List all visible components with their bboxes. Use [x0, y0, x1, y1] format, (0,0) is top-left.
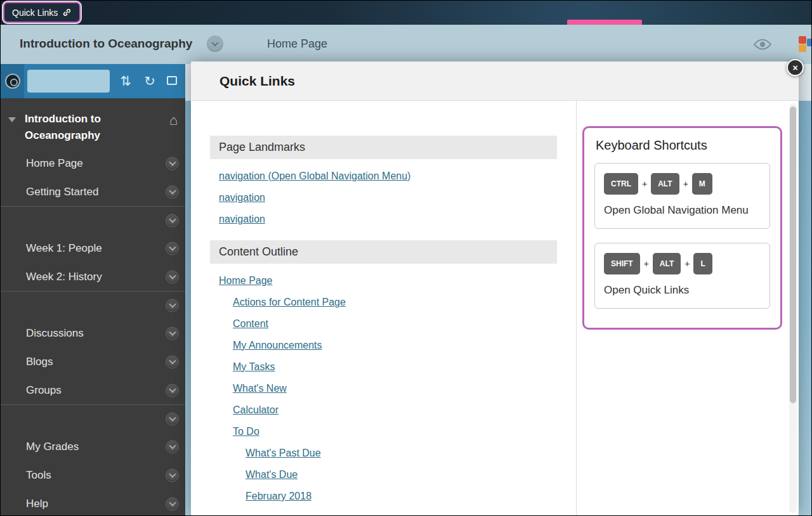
page-landmarks-links: navigation (Open Global Navigation Menu)… [210, 169, 557, 226]
keycap-m: M [692, 173, 712, 195]
outline-link-my-announcements[interactable]: My Announcements [233, 339, 322, 352]
sidebar-divider [1, 404, 185, 432]
outline-link-content[interactable]: Content [233, 317, 268, 331]
open-window-icon[interactable] [167, 76, 177, 85]
chevron-down-icon[interactable] [166, 157, 179, 170]
outline-link-february-2018[interactable]: February 2018 [246, 489, 311, 503]
outline-link-what-s-new[interactable]: What's New [233, 382, 287, 396]
landmark-link[interactable]: navigation [219, 212, 265, 226]
shortcut-description: Open Global Navigation Menu [604, 202, 761, 218]
modal-title: Quick Links [191, 61, 799, 101]
sidebar-item-label: Groups [26, 384, 62, 397]
sidebar-item-label: Getting Started [26, 186, 98, 198]
theme-palette-icon[interactable] [799, 36, 812, 53]
sidebar-item-home-page[interactable]: Home Page [1, 149, 185, 177]
quick-links-button[interactable]: Quick Links [3, 2, 81, 23]
chevron-down-icon[interactable] [166, 468, 179, 482]
chevron-down-icon[interactable] [166, 299, 179, 312]
modal-scrollbar[interactable] [789, 103, 797, 513]
chevron-down-icon[interactable] [166, 185, 179, 198]
modal-header: Quick Links [191, 61, 799, 101]
chain-link-icon [62, 8, 72, 17]
sidebar-item-discussions[interactable]: Discussions [1, 319, 185, 347]
outline-link-home-page[interactable]: Home Page [219, 274, 273, 288]
home-icon[interactable]: ⌂ [169, 112, 178, 129]
sidebar-item-label: My Grades [26, 441, 79, 453]
quick-links-label: Quick Links [12, 8, 58, 18]
keyboard-shortcuts-heading: Keyboard Shortcuts [596, 138, 770, 153]
sidebar-toolbar: ⇅ ↻ [1, 64, 185, 98]
chevron-down-icon[interactable] [166, 326, 179, 340]
plus-separator: + [684, 259, 690, 269]
keyboard-shortcuts-panel: Keyboard Shortcuts CTRL+ALT+MOpen Global… [582, 126, 782, 330]
modal-left-column: Page Landmarks navigation (Open Global N… [191, 101, 576, 515]
student-preview-eye-icon[interactable] [752, 37, 773, 54]
course-header: Introduction to Oceanography Home Page [1, 25, 811, 64]
modal-body: Page Landmarks navigation (Open Global N… [191, 101, 799, 515]
sidebar-search-box[interactable] [27, 70, 110, 93]
current-page-label: Home Page [267, 25, 327, 63]
sidebar: ⇅ ↻ Introduction to Oceanography ⌂ Home … [1, 64, 185, 515]
close-icon[interactable]: × [787, 59, 804, 76]
chevron-down-icon[interactable] [166, 384, 179, 397]
landmark-link[interactable]: navigation (Open Global Navigation Menu) [219, 169, 410, 183]
chevron-down-icon[interactable] [166, 242, 179, 255]
sidebar-divider [1, 291, 185, 319]
keycap-shift: SHIFT [604, 253, 640, 274]
course-header-title: Introduction to Oceanography [20, 25, 192, 63]
shortcut-cards: CTRL+ALT+MOpen Global Navigation MenuSHI… [594, 163, 770, 309]
sidebar-menu: Home PageGetting StartedWeek 1: PeopleWe… [1, 149, 185, 516]
chevron-down-icon[interactable] [166, 355, 179, 368]
keycap-alt: ALT [653, 253, 681, 274]
content-outline-links: Home PageActions for Content PageContent… [210, 274, 557, 503]
sidebar-item-blogs[interactable]: Blogs [1, 347, 185, 376]
reorder-arrows-icon[interactable]: ⇅ [115, 64, 136, 98]
sidebar-item-my-grades[interactable]: My Grades [1, 432, 185, 461]
sidebar-item-getting-started[interactable]: Getting Started [1, 177, 185, 206]
plus-separator: + [683, 179, 688, 189]
course-menu-chevron-icon[interactable] [207, 35, 223, 52]
landmark-link[interactable]: navigation [219, 191, 265, 205]
outline-link-calculator[interactable]: Calculator [233, 403, 278, 417]
chevron-down-icon[interactable] [166, 497, 179, 510]
key-combo: SHIFT+ALT+L [604, 253, 761, 274]
sidebar-item-tools[interactable]: Tools [1, 461, 185, 489]
sidebar-item-help[interactable]: Help [1, 489, 185, 516]
collapse-caret-icon[interactable] [8, 117, 16, 122]
shortcut-card: CTRL+ALT+MOpen Global Navigation Menu [594, 163, 770, 229]
outline-link-to-do[interactable]: To Do [233, 425, 259, 439]
modal-right-column: Keyboard Shortcuts CTRL+ALT+MOpen Global… [576, 101, 787, 515]
chevron-down-icon[interactable] [166, 440, 179, 453]
chevron-down-icon[interactable] [166, 214, 179, 227]
sidebar-divider [1, 206, 185, 234]
sidebar-item-label: Week 1: People [26, 242, 102, 255]
sidebar-course-title: Introduction to Oceanography [25, 111, 139, 144]
refresh-icon[interactable]: ↻ [139, 64, 160, 98]
page-landmarks-heading: Page Landmarks [210, 136, 557, 159]
sidebar-item-groups[interactable]: Groups [1, 376, 185, 404]
sidebar-item-label: Blogs [26, 356, 53, 368]
content-outline-heading: Content Outline [210, 240, 557, 264]
outline-link-what-s-past-due[interactable]: What's Past Due [246, 446, 321, 460]
outline-link-actions-for-content-page[interactable]: Actions for Content Page [233, 295, 346, 309]
sidebar-item-label: Home Page [26, 157, 83, 170]
sidebar-item-week-2-history[interactable]: Week 2: History [1, 262, 185, 291]
sidebar-item-label: Discussions [26, 327, 84, 340]
key-combo: CTRL+ALT+M [604, 173, 761, 195]
outline-link-my-tasks[interactable]: My Tasks [233, 360, 275, 374]
screen: Quick Links Introduction to Oceanography… [0, 0, 812, 516]
sidebar-course-header[interactable]: Introduction to Oceanography ⌂ [1, 102, 185, 150]
target-icon[interactable] [5, 74, 20, 89]
keycap-l: L [693, 253, 712, 274]
quick-links-modal: × Quick Links Page Landmarks navigation … [191, 61, 799, 515]
chevron-down-icon[interactable] [166, 270, 179, 283]
chevron-down-icon[interactable] [166, 412, 179, 425]
sidebar-item-week-1-people[interactable]: Week 1: People [1, 234, 185, 262]
modal-scrollbar-thumb[interactable] [790, 106, 796, 403]
shortcut-description: Open Quick Links [604, 282, 761, 298]
keycap-ctrl: CTRL [604, 173, 638, 195]
sidebar-item-label: Week 2: History [26, 271, 102, 283]
outline-link-what-s-due[interactable]: What's Due [246, 468, 298, 482]
nav-highlight-bar [567, 20, 642, 25]
shortcut-card: SHIFT+ALT+LOpen Quick Links [594, 243, 770, 309]
